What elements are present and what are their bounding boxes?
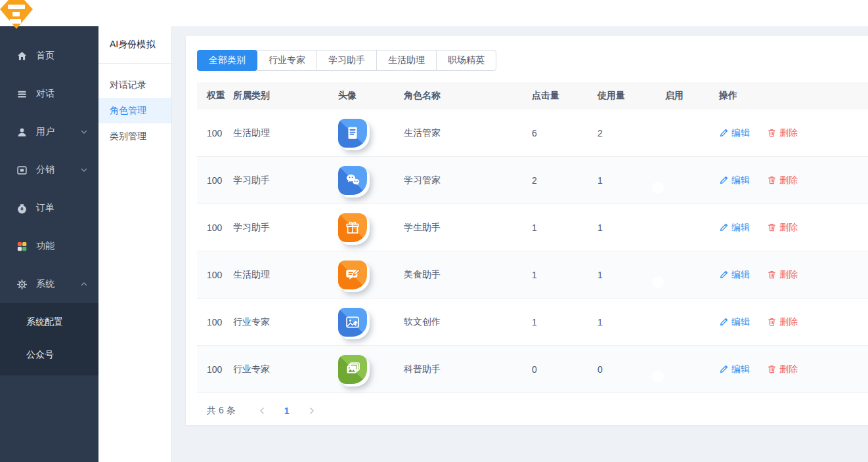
cell-weight: 100 xyxy=(207,128,233,138)
tab-category-4[interactable]: 生活助理 xyxy=(376,50,437,71)
cell-clicks: 1 xyxy=(532,270,597,280)
edit-label: 编辑 xyxy=(731,269,750,281)
sidebar-item-3[interactable]: 用户 xyxy=(0,113,98,151)
main-content: 全部类别行业专家学习助手生活助理职场精英 权重所属类别头像角色名称点击量使用量启… xyxy=(173,26,868,462)
chevron-down-icon xyxy=(80,128,88,136)
table-header-row: 权重所属类别头像角色名称点击量使用量启用操作 xyxy=(197,82,868,110)
sidebar-submenu: 系统配置公众号 xyxy=(0,303,98,375)
document-icon xyxy=(338,119,367,148)
cell-role-name: 生活管家 xyxy=(404,127,532,139)
content-card: 全部类别行业专家学习助手生活助理职场精英 权重所属类别头像角色名称点击量使用量启… xyxy=(186,36,868,425)
cell-weight: 100 xyxy=(207,270,233,280)
column-header: 启用 xyxy=(665,90,719,102)
toggle-knob xyxy=(652,324,664,335)
cell-actions: 编辑删除 xyxy=(719,222,868,234)
secondary-menu-item-2[interactable]: 角色管理 xyxy=(98,98,171,123)
chevron-down-icon xyxy=(80,166,88,174)
home-icon xyxy=(16,50,28,62)
delete-label: 删除 xyxy=(779,127,798,139)
secondary-sidebar-title: AI身份模拟 xyxy=(98,26,171,64)
gear-icon xyxy=(16,278,28,290)
delete-button[interactable]: 删除 xyxy=(767,364,798,375)
next-page-button[interactable] xyxy=(301,402,322,420)
tab-category-1[interactable]: 全部类别 xyxy=(197,50,257,71)
cell-weight: 100 xyxy=(207,175,233,186)
cell-role-name: 科普助手 xyxy=(404,364,532,375)
sidebar-item-label: 首页 xyxy=(36,50,54,62)
delete-label: 删除 xyxy=(779,222,798,234)
app-logo-icon[interactable] xyxy=(0,0,33,29)
sidebar-item-7[interactable]: 系统 xyxy=(0,265,98,303)
sidebar-subitem-1[interactable]: 系统配置 xyxy=(0,306,98,339)
cell-weight: 100 xyxy=(207,364,233,375)
cell-weight: 100 xyxy=(207,317,233,327)
table-row-2: 100学习助手学习管家21编辑删除 xyxy=(197,157,868,204)
delete-button[interactable]: 删除 xyxy=(767,222,798,234)
prev-page-button[interactable] xyxy=(251,402,272,420)
cell-avatar xyxy=(338,261,404,289)
tab-category-3[interactable]: 学习助手 xyxy=(316,50,377,71)
cell-actions: 编辑删除 xyxy=(719,269,868,281)
cell-actions: 编辑删除 xyxy=(719,175,868,186)
toggle-knob xyxy=(652,135,664,146)
column-header: 操作 xyxy=(719,90,868,102)
list-icon xyxy=(16,88,28,100)
tab-label: 全部类别 xyxy=(209,54,246,66)
sidebar-item-2[interactable]: 对话 xyxy=(0,75,98,113)
cell-actions: 编辑删除 xyxy=(719,127,868,139)
edit-button[interactable]: 编辑 xyxy=(719,175,750,186)
sidebar-item-4[interactable]: 分销 xyxy=(0,151,98,189)
sidebar-item-5[interactable]: 订单 xyxy=(0,189,98,227)
delete-button[interactable]: 删除 xyxy=(767,175,798,186)
column-header: 所属类别 xyxy=(233,90,338,102)
cell-avatar xyxy=(338,355,404,384)
tab-category-2[interactable]: 行业专家 xyxy=(257,50,317,71)
user-icon xyxy=(16,126,28,138)
column-header: 使用量 xyxy=(597,90,665,102)
table-row-5: 100行业专家软文创作11编辑删除 xyxy=(197,299,868,346)
cell-role-name: 学生助手 xyxy=(404,222,532,234)
delete-icon xyxy=(767,364,777,374)
roles-table: 权重所属类别头像角色名称点击量使用量启用操作 100生活助理生活管家62编辑删除… xyxy=(197,82,868,393)
delete-icon xyxy=(767,222,777,232)
secondary-menu: 对话记录角色管理类别管理 xyxy=(98,64,171,149)
cell-avatar xyxy=(338,119,404,148)
cell-category: 行业专家 xyxy=(233,364,338,375)
tab-category-5[interactable]: 职场精英 xyxy=(436,50,496,71)
delete-button[interactable]: 删除 xyxy=(767,127,798,139)
cell-clicks: 1 xyxy=(532,317,597,327)
page-number-1[interactable]: 1 xyxy=(276,402,297,420)
sidebar-item-label: 分销 xyxy=(36,164,54,176)
delete-icon xyxy=(767,317,777,327)
edit-icon xyxy=(719,270,729,280)
edit-label: 编辑 xyxy=(731,127,750,139)
secondary-menu-item-1[interactable]: 对话记录 xyxy=(98,72,171,98)
table-row-4: 100生活助理美食助手11编辑删除 xyxy=(197,251,868,299)
image-upload-icon xyxy=(338,308,367,337)
cell-avatar xyxy=(338,213,404,242)
sidebar-subitem-2[interactable]: 公众号 xyxy=(0,339,98,371)
edit-label: 编辑 xyxy=(731,316,750,328)
cell-category: 行业专家 xyxy=(233,316,338,328)
sidebar-item-1[interactable]: 首页 xyxy=(0,37,98,75)
cell-category: 生活助理 xyxy=(233,269,338,281)
edit-button[interactable]: 编辑 xyxy=(719,316,750,328)
edit-button[interactable]: 编辑 xyxy=(719,364,750,375)
edit-button[interactable]: 编辑 xyxy=(719,222,750,234)
column-header: 角色名称 xyxy=(404,90,532,102)
cell-avatar xyxy=(338,308,404,337)
edit-button[interactable]: 编辑 xyxy=(719,127,750,139)
delete-button[interactable]: 删除 xyxy=(767,269,798,281)
toggle-knob xyxy=(652,276,664,288)
gallery-icon xyxy=(338,355,367,384)
edit-button[interactable]: 编辑 xyxy=(719,269,750,281)
cell-actions: 编辑删除 xyxy=(719,316,868,328)
gift-icon xyxy=(338,213,367,242)
chevron-up-icon xyxy=(80,280,88,288)
secondary-menu-item-3[interactable]: 类别管理 xyxy=(98,123,171,149)
delete-icon xyxy=(767,128,777,138)
delete-button[interactable]: 删除 xyxy=(767,316,798,328)
delete-icon xyxy=(767,270,777,280)
sidebar-item-6[interactable]: 功能 xyxy=(0,227,98,265)
column-header: 头像 xyxy=(338,90,404,102)
